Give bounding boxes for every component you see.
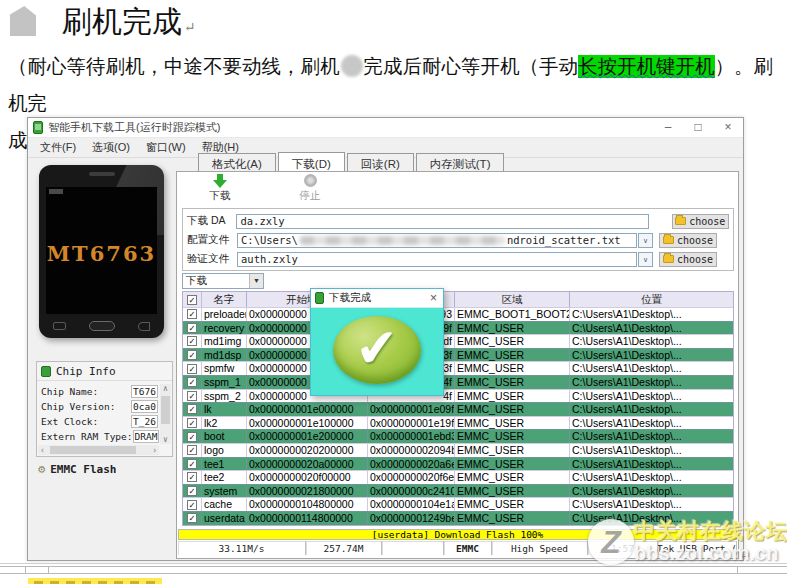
flash-type-row: ⚙ EMMC Flash bbox=[38, 462, 116, 476]
scatter-label: 配置文件 bbox=[187, 233, 237, 247]
mode-select[interactable]: 下载 ▼ bbox=[182, 273, 264, 289]
table-row[interactable]: ✓sspm_10x000000004fEMMC_USERC:\Users\A1\… bbox=[183, 375, 733, 389]
row-checkbox[interactable]: ✓ bbox=[183, 512, 202, 525]
cell-region: EMMC_USER bbox=[455, 512, 570, 525]
row-checkbox[interactable]: ✓ bbox=[183, 471, 202, 484]
tab-4[interactable]: 内存测试(T) bbox=[416, 153, 505, 172]
tab-1[interactable]: 格式化(A) bbox=[198, 153, 276, 172]
row-checkbox[interactable]: ✓ bbox=[183, 362, 202, 375]
table-row[interactable]: ✓logo0x00000000202000000x000000002094b1f… bbox=[183, 443, 733, 457]
status-segment-7: MediaTek USB Port (COM9) bbox=[658, 541, 737, 555]
auth-dropdown-arrow[interactable]: ∨ bbox=[638, 252, 653, 267]
checkbox-icon: ✓ bbox=[187, 418, 197, 428]
table-row[interactable]: ✓cache0x00000001048000000x0000000104e1a0… bbox=[183, 497, 733, 511]
download-icon bbox=[212, 174, 228, 188]
column-header-location[interactable]: 位置 bbox=[570, 292, 733, 307]
window-titlebar[interactable]: 智能手机下载工具(运行时跟踪模式) – □ × bbox=[28, 118, 743, 138]
chip-info-value: T676 bbox=[131, 385, 158, 398]
da-input[interactable]: da.zxly bbox=[236, 214, 648, 229]
cell-name: system bbox=[202, 485, 247, 498]
row-checkbox[interactable]: ✓ bbox=[183, 444, 202, 457]
close-button[interactable]: × bbox=[713, 118, 743, 137]
dialog-close-icon[interactable]: × bbox=[428, 291, 439, 305]
row-checkbox[interactable]: ✓ bbox=[183, 390, 202, 403]
page-title: 刷机完成↵ bbox=[62, 2, 196, 43]
row-checkbox[interactable]: ✓ bbox=[183, 322, 202, 335]
stop-button[interactable]: 停止 bbox=[285, 174, 335, 203]
maximize-button[interactable]: □ bbox=[683, 118, 713, 137]
auth-label: 验证文件 bbox=[187, 252, 237, 266]
phone-screen: MT6763 bbox=[46, 187, 157, 314]
phone-buttons bbox=[39, 320, 164, 332]
progress-bar: [userdata] Download Flash 100% bbox=[178, 529, 737, 540]
column-header-region[interactable]: 区域 bbox=[455, 292, 570, 307]
horizontal-scrollbar[interactable]: ‹› bbox=[38, 445, 159, 455]
table-row[interactable]: ✓tee10x0000000020a000000x0000000020a6e74… bbox=[183, 457, 733, 471]
chip-info-icon bbox=[41, 366, 51, 377]
tab-2[interactable]: 下载(D) bbox=[278, 152, 345, 171]
table-row[interactable]: ✓userdata0x00000001148000000x00000001249… bbox=[183, 511, 733, 525]
minimize-button[interactable]: – bbox=[653, 118, 683, 137]
cell-location: C:\Users\A1\Desktop\... bbox=[570, 485, 733, 498]
table-row[interactable]: ✓lk20x000000001e1000000x000000001e19faaf… bbox=[183, 416, 733, 430]
auth-input[interactable]: auth.zxly bbox=[237, 252, 637, 267]
chip-info-label: Extern RAM Type: bbox=[41, 431, 133, 442]
scatter-choose-button[interactable]: choose bbox=[659, 233, 717, 248]
row-checkbox[interactable]: ✓ bbox=[183, 417, 202, 430]
download-button[interactable]: 下载 bbox=[195, 174, 245, 203]
row-checkbox[interactable]: ✓ bbox=[183, 349, 202, 362]
cell-name: sspm_1 bbox=[202, 376, 247, 389]
chip-info-row: Ext Clock:T_26 bbox=[41, 414, 158, 429]
row-checkbox[interactable]: ✓ bbox=[183, 335, 202, 348]
tab-3[interactable]: 回读(R) bbox=[347, 153, 414, 172]
vertical-scrollbar[interactable]: ∧∨ bbox=[160, 384, 171, 444]
cell-region: EMMC_USER bbox=[455, 349, 570, 362]
cell-location: C:\Users\A1\Desktop\... bbox=[570, 444, 733, 457]
checkbox-icon: ✓ bbox=[187, 472, 197, 482]
scatter-input[interactable]: C:\Users\ndroid_scatter.txt bbox=[237, 233, 637, 248]
status-segment-4: EMMC bbox=[444, 541, 492, 555]
select-all-checkbox[interactable]: ✓ bbox=[183, 292, 202, 307]
status-segment-5: High Speed bbox=[492, 541, 588, 555]
row-checkbox[interactable]: ✓ bbox=[183, 403, 202, 416]
auth-choose-button[interactable]: choose bbox=[659, 252, 717, 267]
menu-item-1[interactable]: 文件(F) bbox=[32, 140, 84, 155]
table-row[interactable]: ✓md1img0x00000000dfEMMC_USERC:\Users\A1\… bbox=[183, 334, 733, 348]
next-line-highlight bbox=[28, 578, 162, 584]
row-checkbox[interactable]: ✓ bbox=[183, 498, 202, 511]
table-row[interactable]: ✓lk0x000000001e0000000x000000001e09faafE… bbox=[183, 402, 733, 416]
da-choose-button[interactable]: choose bbox=[672, 214, 729, 229]
row-checkbox[interactable]: ✓ bbox=[183, 430, 202, 443]
scrollbar-thumb[interactable] bbox=[50, 446, 136, 454]
menu-item-2[interactable]: 选项(O) bbox=[84, 140, 138, 155]
row-checkbox[interactable]: ✓ bbox=[183, 458, 202, 471]
cell-location: C:\Users\A1\Desktop\... bbox=[570, 471, 733, 484]
redacted-path bbox=[300, 236, 505, 245]
table-row[interactable]: ✓sspm_20x000000004fEMMC_USERC:\Users\A1\… bbox=[183, 389, 733, 403]
dialog-title: 下载完成 bbox=[329, 291, 428, 305]
row-checkbox[interactable]: ✓ bbox=[183, 485, 202, 498]
table-row[interactable]: ✓system0x00000000218000000x00000000c2410… bbox=[183, 484, 733, 498]
menu-item-3[interactable]: 窗口(W) bbox=[138, 140, 194, 155]
table-row[interactable]: ✓recovery0x000000009fEMMC_USERC:\Users\A… bbox=[183, 321, 733, 335]
dialog-titlebar[interactable]: 下载完成 × bbox=[311, 289, 443, 308]
table-row[interactable]: ✓boot0x000000001e2000000x000000001ebd3b9… bbox=[183, 429, 733, 443]
scatter-dropdown-arrow[interactable]: ∨ bbox=[638, 233, 653, 248]
cell-region: EMMC_USER bbox=[455, 430, 570, 443]
row-checkbox[interactable]: ✓ bbox=[183, 308, 202, 321]
status-segment-6: 1:57 bbox=[588, 541, 658, 555]
table-row[interactable]: ✓preloader0x0000000093EMMC_BOOT1_BOOT2C:… bbox=[183, 307, 733, 321]
column-header-name[interactable]: 名字 bbox=[202, 292, 247, 307]
mode-select-value: 下载 bbox=[183, 274, 249, 288]
table-row[interactable]: ✓tee20x0000000020f000000x0000000020f6e74… bbox=[183, 470, 733, 484]
status-segment-2: 257.74M bbox=[306, 541, 382, 555]
cell-location: C:\Users\A1\Desktop\... bbox=[570, 403, 733, 416]
scrollbar-thumb[interactable] bbox=[161, 396, 170, 424]
cell-start: 0x000000001e000000 bbox=[247, 403, 368, 416]
row-checkbox[interactable]: ✓ bbox=[183, 376, 202, 389]
table-row[interactable]: ✓spmfw0x000000003fEMMC_USERC:\Users\A1\D… bbox=[183, 361, 733, 375]
cell-name: md1img bbox=[202, 335, 247, 348]
checkbox-icon: ✓ bbox=[187, 377, 197, 387]
table-row[interactable]: ✓md1dsp0x000000003fEMMC_USERC:\Users\A1\… bbox=[183, 348, 733, 362]
checkbox-icon: ✓ bbox=[187, 364, 197, 374]
